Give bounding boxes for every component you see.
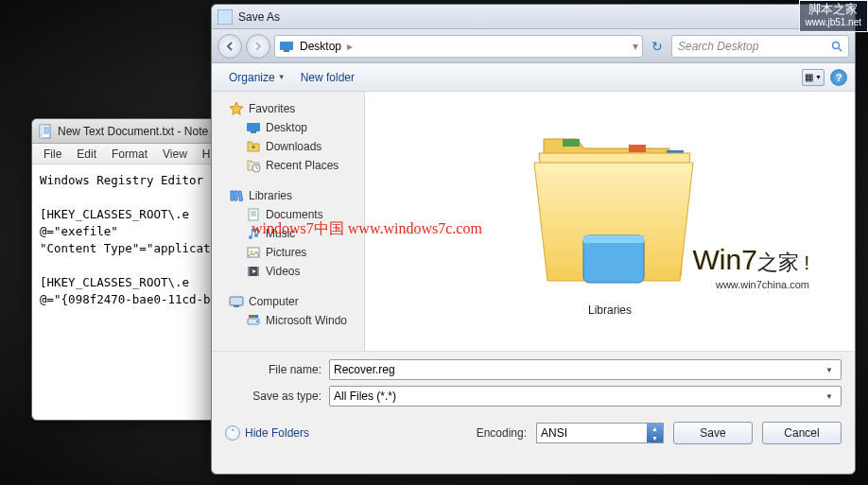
breadcrumb-location: Desktop bbox=[300, 40, 341, 53]
file-name-label: File name: bbox=[225, 363, 329, 376]
toolbar: Organize▼ New folder ▦ ▼ ? bbox=[212, 63, 855, 92]
item-label: Libraries bbox=[588, 303, 632, 317]
sidebar-item-pictures[interactable]: Pictures bbox=[212, 243, 364, 262]
computer-icon bbox=[229, 294, 244, 309]
svg-rect-5 bbox=[247, 123, 260, 131]
forward-button[interactable] bbox=[246, 34, 270, 59]
svg-rect-13 bbox=[234, 305, 239, 307]
downloads-icon bbox=[246, 139, 261, 154]
menu-file[interactable]: File bbox=[36, 147, 69, 161]
menu-format[interactable]: Format bbox=[104, 147, 155, 161]
save-as-titlebar[interactable]: Save As bbox=[212, 5, 855, 29]
videos-icon bbox=[246, 264, 261, 279]
computer-group[interactable]: Computer bbox=[212, 292, 364, 311]
chevron-right-icon: ▸ bbox=[347, 40, 353, 53]
sidebar-item-downloads[interactable]: Downloads bbox=[212, 137, 364, 156]
pictures-icon bbox=[246, 245, 261, 260]
search-icon bbox=[831, 41, 842, 52]
svg-rect-20 bbox=[629, 145, 646, 152]
libraries-item-icon[interactable] bbox=[496, 111, 723, 300]
new-folder-button[interactable]: New folder bbox=[293, 68, 362, 87]
breadcrumb[interactable]: Desktop ▸ ▾ bbox=[274, 35, 643, 58]
svg-rect-18 bbox=[255, 315, 258, 318]
libraries-icon bbox=[229, 188, 244, 203]
desktop-icon bbox=[246, 120, 261, 135]
svg-rect-23 bbox=[583, 235, 644, 243]
sidebar-item-desktop[interactable]: Desktop bbox=[212, 118, 364, 137]
cancel-button[interactable]: Cancel bbox=[762, 422, 842, 444]
favorites-group[interactable]: Favorites bbox=[212, 99, 364, 118]
recent-icon bbox=[246, 158, 261, 173]
watermark-corner: 脚本之家 www.jb51.net bbox=[799, 0, 868, 32]
svg-rect-16 bbox=[249, 315, 252, 318]
sidebar-item-drive[interactable]: Microsoft Windo bbox=[212, 311, 364, 330]
file-name-input[interactable]: Recover.reg ▼ bbox=[329, 359, 842, 380]
notepad-title: New Text Document.txt - Note bbox=[58, 125, 208, 138]
svg-rect-19 bbox=[563, 139, 580, 147]
spinner-icon[interactable]: ▲▼ bbox=[647, 424, 663, 442]
svg-point-4 bbox=[833, 42, 840, 48]
chevron-down-icon[interactable]: ▼ bbox=[822, 392, 837, 401]
search-placeholder: Search Desktop bbox=[678, 40, 758, 53]
save-type-select[interactable]: All Files (*.*) ▼ bbox=[329, 386, 842, 407]
notepad-app-icon bbox=[38, 124, 53, 139]
svg-rect-17 bbox=[252, 315, 255, 318]
svg-point-15 bbox=[256, 320, 258, 322]
libraries-group[interactable]: Libraries bbox=[212, 186, 364, 205]
svg-rect-12 bbox=[230, 297, 243, 305]
save-as-title: Save As bbox=[238, 10, 280, 24]
view-options-button[interactable]: ▦ ▼ bbox=[802, 69, 825, 86]
watermark-win7-badge: Win7之家 ! www.win7china.com bbox=[693, 244, 809, 290]
refresh-button[interactable]: ↻ bbox=[647, 36, 668, 57]
menu-edit[interactable]: Edit bbox=[69, 147, 104, 161]
svg-rect-6 bbox=[251, 131, 256, 133]
chevron-down-icon[interactable]: ▾ bbox=[633, 40, 638, 53]
help-button[interactable]: ? bbox=[830, 69, 847, 86]
svg-point-10 bbox=[251, 251, 253, 253]
desktop-icon bbox=[279, 39, 294, 54]
menu-view[interactable]: View bbox=[155, 147, 195, 161]
back-button[interactable] bbox=[217, 34, 242, 59]
encoding-label: Encoding: bbox=[477, 426, 527, 440]
search-input[interactable]: Search Desktop bbox=[671, 35, 849, 58]
save-as-dialog: Save As Desktop ▸ ▾ ↻ Search Desktop Org… bbox=[211, 4, 856, 475]
dialog-footer: ˄ Hide Folders Encoding: ANSI ▲▼ Save Ca… bbox=[212, 412, 855, 456]
sidebar-item-recent[interactable]: Recent Places bbox=[212, 156, 364, 175]
drive-icon bbox=[246, 313, 261, 328]
chevron-down-icon[interactable]: ▼ bbox=[822, 366, 837, 374]
organize-button[interactable]: Organize▼ bbox=[221, 68, 293, 87]
watermark-red-text: windows7中国 www.windows7c.com bbox=[252, 219, 482, 239]
save-type-label: Save as type: bbox=[225, 390, 329, 403]
svg-rect-3 bbox=[284, 50, 289, 52]
hide-folders-button[interactable]: ˄ Hide Folders bbox=[225, 425, 309, 441]
sidebar-item-videos[interactable]: Videos bbox=[212, 262, 364, 281]
chevron-up-icon: ˄ bbox=[225, 425, 240, 441]
chevron-down-icon: ▼ bbox=[278, 73, 286, 81]
address-bar-row: Desktop ▸ ▾ ↻ Search Desktop bbox=[212, 29, 855, 63]
save-form: File name: Recover.reg ▼ Save as type: A… bbox=[212, 351, 855, 407]
svg-rect-1 bbox=[217, 9, 233, 25]
dialog-icon bbox=[217, 9, 233, 25]
encoding-select[interactable]: ANSI ▲▼ bbox=[536, 423, 664, 443]
svg-rect-2 bbox=[280, 42, 293, 50]
star-icon bbox=[229, 101, 244, 116]
save-button[interactable]: Save bbox=[673, 422, 753, 444]
